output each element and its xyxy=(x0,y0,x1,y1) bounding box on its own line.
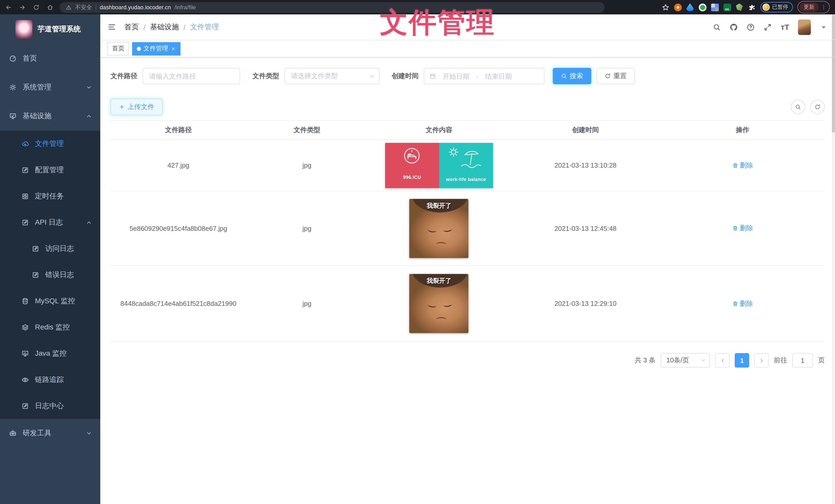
extension-icon-green-circle[interactable] xyxy=(698,3,706,11)
extension-icon-grid[interactable] xyxy=(711,3,718,11)
sidebar-item-access-logs[interactable]: 访问日志 xyxy=(0,235,100,261)
file-type-select-placeholder: 请选择文件类型 xyxy=(291,71,338,81)
bookmark-star-icon[interactable] xyxy=(661,3,669,11)
upload-file-button[interactable]: 上传文件 xyxy=(110,99,162,115)
trash-icon xyxy=(732,300,738,307)
back-icon[interactable] xyxy=(5,4,12,10)
table-row: 5e8609290e915c4fa8b08e67.jpg jpg 我裂开了 20… xyxy=(110,191,825,266)
reset-button[interactable]: 重置 xyxy=(596,68,635,84)
delete-button[interactable]: 删除 xyxy=(732,299,753,308)
sidebar-item-java-monitor[interactable]: Java 监控 xyxy=(0,340,100,366)
banner-work-life-right: work-life balance xyxy=(439,143,493,188)
address-bar[interactable]: 不安全 dashboard.yudao.iocoder.cn/infra/fil… xyxy=(60,2,605,13)
file-type-select[interactable]: 请选择文件类型 xyxy=(284,68,380,84)
extension-icon-drop[interactable] xyxy=(686,3,694,11)
cloud-upload-icon xyxy=(22,140,29,147)
prev-page-button[interactable] xyxy=(715,353,730,368)
tag-file-management[interactable]: 文件管理 xyxy=(132,42,181,55)
home-icon[interactable] xyxy=(47,4,54,10)
goto-page-input[interactable] xyxy=(792,353,813,368)
sidebar-item-file-management[interactable]: 文件管理 xyxy=(0,130,100,157)
end-date-input[interactable] xyxy=(483,72,514,80)
sidebar-item-error-logs[interactable]: 错误日志 xyxy=(0,261,100,288)
sidebar-item-api-logs[interactable]: API 日志 xyxy=(0,209,100,235)
chevron-up-icon xyxy=(86,113,92,119)
update-button[interactable]: 更新 xyxy=(799,3,818,12)
browser-menu-dots-icon[interactable] xyxy=(821,4,827,10)
forward-icon[interactable] xyxy=(19,4,26,10)
page-scrollbar[interactable] xyxy=(832,14,835,504)
page-size-select[interactable]: 10条/页 xyxy=(661,353,710,368)
extensions-puzzle-icon[interactable] xyxy=(748,3,756,11)
user-avatar[interactable] xyxy=(798,19,811,35)
col-header-file-content: 文件内容 xyxy=(368,123,511,137)
file-preview-996-banner-image[interactable]: 996.ICU xyxy=(385,143,493,188)
divider xyxy=(96,4,96,10)
logo-row[interactable]: 芋道管理系统 xyxy=(0,14,100,44)
top-navbar: 首页 / 基础设施 / 文件管理 ᴛT xyxy=(100,14,835,40)
log-icon xyxy=(32,271,39,278)
sidebar-item-dev-tools[interactable]: 研发工具 xyxy=(0,419,100,448)
close-icon[interactable] xyxy=(171,46,176,51)
sidebar-item-home[interactable]: 首页 xyxy=(0,44,100,73)
col-header-file-path: 文件路径 xyxy=(110,123,246,137)
tag-home[interactable]: 首页 xyxy=(107,42,129,55)
layers-icon xyxy=(22,323,29,331)
breadcrumb-item-infrastructure[interactable]: 基础设施 xyxy=(150,22,179,31)
extension-icon-orange[interactable] xyxy=(674,3,681,11)
plus-icon xyxy=(119,104,125,110)
gear-icon xyxy=(9,84,17,91)
extension-icon-leaf[interactable] xyxy=(735,3,743,11)
sidebar-item-log-center[interactable]: 日志中心 xyxy=(0,393,100,419)
font-size-icon[interactable]: ᴛT xyxy=(781,23,789,31)
hamburger-icon[interactable] xyxy=(107,23,116,31)
breadcrumb-separator: / xyxy=(143,23,145,31)
emoji-avatar-icon xyxy=(762,4,770,11)
page-unit-label: 页 xyxy=(818,356,825,365)
next-page-button[interactable] xyxy=(754,353,769,368)
sidebar-item-redis-monitor[interactable]: Redis 监控 xyxy=(0,314,100,340)
search-icon[interactable] xyxy=(713,23,721,31)
file-path-input[interactable] xyxy=(142,68,240,84)
url-host: dashboard.yudao.iocoder.cn xyxy=(100,4,171,10)
edit-square-icon xyxy=(22,166,29,173)
search-button[interactable]: 搜索 xyxy=(553,68,591,84)
question-help-icon[interactable] xyxy=(747,23,755,31)
banner-996-left: 996.ICU xyxy=(385,143,439,188)
sidebar-item-system-management[interactable]: 系统管理 xyxy=(0,73,100,102)
sidebar-item-infrastructure[interactable]: 基础设施 xyxy=(0,102,100,130)
breadcrumb: 首页 / 基础设施 / 文件管理 xyxy=(124,22,219,31)
reload-icon[interactable] xyxy=(33,4,40,10)
sidebar-item-label: 系统管理 xyxy=(23,83,52,92)
sidebar-item-scheduled-tasks[interactable]: 定时任务 xyxy=(0,183,100,209)
sidebar-item-mysql-monitor[interactable]: MySQL 监控 xyxy=(0,288,100,314)
cell-file-path: 5e8609290e915c4fa8b08e67.jpg xyxy=(110,222,246,234)
profile-paused-badge[interactable]: 已暂停 xyxy=(760,2,793,12)
delete-button[interactable]: 删除 xyxy=(732,224,753,233)
current-page-button[interactable]: 1 xyxy=(735,353,749,368)
meme-caption: 我裂开了 xyxy=(409,201,469,210)
chevron-down-icon xyxy=(369,73,375,79)
caret-down-icon[interactable] xyxy=(819,23,828,31)
pagination: 共 3 条 10条/页 1 前往 页 xyxy=(110,353,825,368)
extension-icon-switch-on[interactable]: on xyxy=(723,3,731,11)
meme-caption: 我裂开了 xyxy=(409,276,469,285)
cell-create-time: 2021-03-13 12:29:10 xyxy=(511,298,660,310)
sidebar-item-config-management[interactable]: 配置管理 xyxy=(0,157,100,183)
start-date-input[interactable] xyxy=(440,72,472,80)
breadcrumb-item-home[interactable]: 首页 xyxy=(124,22,139,31)
total-count: 共 3 条 xyxy=(635,356,655,365)
file-preview-meme-image[interactable]: 我裂开了 xyxy=(409,274,469,333)
date-range-picker[interactable]: - xyxy=(424,68,545,84)
github-icon[interactable] xyxy=(730,23,738,31)
delete-button[interactable]: 删除 xyxy=(732,161,753,170)
not-secure-warning-icon[interactable] xyxy=(66,4,72,10)
browser-chrome: 不安全 dashboard.yudao.iocoder.cn/infra/fil… xyxy=(0,0,835,14)
java-monitor-icon xyxy=(22,350,29,357)
sidebar-item-trace[interactable]: 链路追踪 xyxy=(0,366,100,393)
toggle-search-button[interactable] xyxy=(791,100,805,114)
fullscreen-icon[interactable] xyxy=(764,23,772,31)
file-preview-meme-image[interactable]: 我裂开了 xyxy=(409,199,469,258)
sidebar-item-label: 研发工具 xyxy=(23,429,52,438)
refresh-table-button[interactable] xyxy=(810,100,825,114)
